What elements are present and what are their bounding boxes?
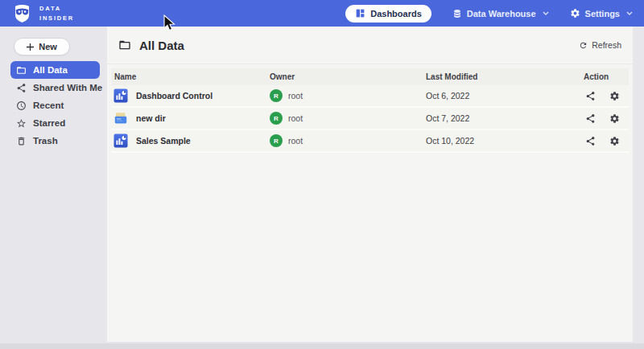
row-settings-button[interactable] [609, 91, 620, 101]
file-name: new dir [136, 113, 166, 123]
dashboards-button[interactable]: Dashboards [345, 5, 431, 23]
column-header-last-modified: Last Modified [423, 72, 580, 81]
last-modified: Oct 10, 2022 [423, 136, 580, 146]
dashboard-file-icon [114, 88, 128, 103]
chevron-down-icon [543, 11, 549, 15]
column-header-owner: Owner [266, 72, 423, 81]
settings-label: Settings [585, 9, 620, 18]
folder-icon [118, 39, 131, 51]
share-button[interactable] [585, 91, 596, 101]
column-header-name: Name [111, 72, 266, 81]
refresh-icon [579, 41, 588, 50]
sidebar-item-label: Trash [33, 136, 58, 146]
row-settings-button[interactable] [609, 136, 620, 146]
sidebar-item-shared-with-me[interactable]: Shared With Me [10, 79, 100, 96]
page-title: All Data [139, 39, 184, 52]
owner-avatar: R [270, 112, 283, 125]
gear-icon [570, 8, 580, 18]
folder-icon [16, 65, 27, 76]
last-modified: Oct 7, 2022 [423, 113, 580, 123]
new-button[interactable]: New [14, 38, 70, 55]
sidebar-item-label: Starred [33, 118, 65, 128]
file-name: Sales Sample [136, 136, 191, 146]
main-content: All Data Refresh Name Owner Last Modifie… [107, 27, 633, 342]
settings-menu[interactable]: Settings [570, 8, 633, 18]
column-header-action: Action [580, 72, 629, 81]
new-button-label: New [39, 42, 57, 51]
table-header-row: Name Owner Last Modified Action [111, 68, 629, 85]
dashboard-layout-icon [355, 8, 365, 18]
sidebar-item-label: Shared With Me [33, 83, 102, 92]
window-bottom-edge [0, 343, 644, 349]
header-nav: Dashboards Data Warehouse Settings [345, 5, 633, 23]
chevron-down-icon [626, 11, 633, 15]
clock-icon [16, 101, 27, 111]
files-table: Name Owner Last Modified Action D [111, 68, 629, 153]
data-warehouse-label: Data Warehouse [467, 9, 536, 18]
owner-avatar: R [270, 134, 283, 147]
last-modified: Oct 6, 2022 [423, 91, 580, 101]
star-icon [16, 118, 27, 129]
title-bar: All Data Refresh [107, 27, 633, 64]
sidebar-item-label: All Data [33, 65, 68, 75]
owner-name: root [288, 91, 303, 101]
sidebar-item-trash[interactable]: Trash [10, 132, 100, 150]
refresh-label: Refresh [592, 40, 621, 50]
sidebar-item-label: Recent [33, 101, 64, 110]
sidebar: New All Data Shared With Me Recent Starr… [0, 27, 107, 349]
owl-logo-icon [11, 3, 33, 24]
share-button[interactable] [585, 136, 596, 146]
data-warehouse-menu[interactable]: Data Warehouse [452, 9, 549, 18]
share-icon [16, 83, 27, 93]
table-row[interactable]: Sales Sample R root Oct 10, 2022 [111, 130, 629, 153]
refresh-button[interactable]: Refresh [579, 40, 621, 50]
dashboards-button-label: Dashboards [370, 9, 422, 18]
table-row[interactable]: new dir R root Oct 7, 2022 [111, 108, 629, 130]
share-button[interactable] [585, 113, 596, 124]
folder-file-icon [114, 111, 128, 125]
owner-name: root [288, 136, 303, 146]
owner-avatar: R [270, 89, 283, 102]
sidebar-item-all-data[interactable]: All Data [10, 61, 100, 79]
plus-icon [27, 43, 34, 51]
sidebar-item-starred[interactable]: Starred [10, 114, 100, 132]
trash-icon [16, 136, 27, 146]
row-settings-button[interactable] [609, 113, 620, 124]
dashboard-file-icon [114, 133, 128, 148]
file-name: Dashboard Control [136, 91, 213, 101]
sidebar-nav: All Data Shared With Me Recent Starred T… [0, 61, 107, 150]
logo-text: DATA INSIDER [39, 4, 74, 23]
app-header: DATA INSIDER Dashboards Data Warehouse [0, 0, 644, 27]
table-row[interactable]: Dashboard Control R root Oct 6, 2022 [111, 85, 629, 108]
sidebar-item-recent[interactable]: Recent [10, 96, 100, 114]
database-icon [452, 9, 462, 18]
owner-name: root [288, 113, 303, 123]
app-logo: DATA INSIDER [11, 3, 74, 24]
